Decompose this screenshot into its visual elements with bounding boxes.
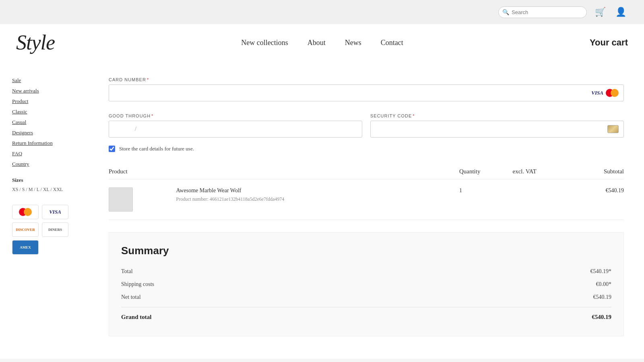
card-number-label: CARD NUMBER* <box>109 77 624 82</box>
payment-icons: VISA DISCOVER DINERS AMEX <box>12 205 68 255</box>
store-card-row: Store the card details for future use. <box>109 146 624 152</box>
mc-brand-icon <box>606 89 619 97</box>
col-excl-vat: excl. VAT <box>513 164 573 179</box>
slash-separator: / <box>133 126 138 132</box>
store-card-checkbox[interactable] <box>109 146 115 152</box>
summary-label-total: Total <box>121 268 133 275</box>
main-nav: New collections About News Contact <box>241 39 403 47</box>
security-code-icon <box>607 125 623 133</box>
logo: Style <box>16 32 55 53</box>
good-through-year-input[interactable] <box>138 121 162 137</box>
product-quantity: 1 <box>459 179 513 220</box>
product-excl-vat <box>513 179 573 220</box>
nav-news[interactable]: News <box>345 39 361 47</box>
sidebar-item-return-information[interactable]: Return Information <box>12 140 76 146</box>
row-fields: GOOD THROUGH* / SECURITY CODE* <box>109 113 624 138</box>
mastercard-icon <box>12 205 39 219</box>
user-icon-button[interactable]: 👤 <box>614 5 628 19</box>
good-through-section: GOOD THROUGH* / <box>109 113 362 138</box>
sizes-label: Sizes <box>12 177 76 183</box>
summary-value-grand: €540.19 <box>592 314 611 321</box>
product-table: Product Quantity excl. VAT Subtotal Awes… <box>109 164 624 220</box>
visa-brand-icon: VISA <box>591 90 603 96</box>
summary-value-total: €540.19* <box>590 268 612 275</box>
nav-new-collections[interactable]: New collections <box>241 39 288 47</box>
cart-title: Your cart <box>590 37 628 48</box>
product-info: Awesome Marble Wear Wolf Product number:… <box>170 187 459 202</box>
sidebar-item-product[interactable]: Product <box>12 98 76 105</box>
card-chip-icon <box>607 125 619 133</box>
col-product: Product <box>109 164 459 179</box>
search-wrapper: 🔍 <box>498 6 587 18</box>
card-brand-icons: VISA <box>591 89 623 97</box>
search-input[interactable] <box>498 6 587 18</box>
good-through-wrapper: / <box>109 121 362 138</box>
sidebar-item-classic[interactable]: Classic <box>12 109 76 115</box>
sidebar-item-casual[interactable]: Casual <box>12 119 76 125</box>
product-name: Awesome Marble Wear Wolf <box>176 187 459 194</box>
main-header: Style New collections About News Contact… <box>0 24 644 61</box>
nav-contact[interactable]: Contact <box>381 39 403 47</box>
sidebar-item-faq[interactable]: FAQ <box>12 150 76 157</box>
sidebar-item-sale[interactable]: Sale <box>12 77 76 84</box>
summary-row-shipping: Shipping costs €0.00* <box>121 278 611 291</box>
sidebar: Sale New arrivals Product Classic Casual… <box>0 61 89 359</box>
cart-icon-button[interactable]: 🛒 <box>593 5 607 19</box>
summary-divider <box>121 307 611 307</box>
top-bar: 🔍 🛒 👤 <box>0 0 644 24</box>
summary-row-total: Total €540.19* <box>121 265 611 278</box>
page-layout: Sale New arrivals Product Classic Casual… <box>0 61 644 359</box>
security-code-label: SECURITY CODE* <box>370 113 624 118</box>
table-row: Awesome Marble Wear Wolf Product number:… <box>109 179 624 220</box>
good-through-label: GOOD THROUGH* <box>109 113 362 118</box>
product-subtotal: €540.19 <box>573 179 624 220</box>
summary-value-shipping: €0.00* <box>596 281 612 288</box>
good-through-input[interactable] <box>109 121 133 137</box>
summary-label-shipping: Shipping costs <box>121 281 154 288</box>
visa-icon: VISA <box>42 205 68 219</box>
sidebar-item-designers[interactable]: Designers <box>12 130 76 136</box>
sizes-row: XS / S / M / L / XL / XXL <box>12 187 76 193</box>
col-subtotal: Subtotal <box>573 164 624 179</box>
sidebar-item-new-arrivals[interactable]: New arrivals <box>12 88 76 94</box>
product-number: Product number: 466121ae132b4118a5d2e6e7… <box>176 196 459 202</box>
amex-icon: AMEX <box>12 240 39 255</box>
security-code-wrapper <box>370 121 624 138</box>
security-code-input[interactable] <box>371 121 607 137</box>
security-code-section: SECURITY CODE* <box>370 113 624 138</box>
summary-title: Summary <box>121 245 611 257</box>
summary-value-net: €540.19 <box>593 294 612 300</box>
discover-icon: DISCOVER <box>12 222 39 237</box>
card-number-section: CARD NUMBER* VISA <box>109 77 624 101</box>
col-quantity: Quantity <box>459 164 513 179</box>
product-image-cell <box>109 179 170 220</box>
sidebar-nav: Sale New arrivals Product Classic Casual… <box>12 77 76 167</box>
main-content: CARD NUMBER* VISA GOOD THROUGH* <box>89 61 644 359</box>
summary-box: Summary Total €540.19* Shipping costs €0… <box>109 232 624 336</box>
store-card-label: Store the card details for future use. <box>119 146 194 152</box>
sidebar-item-country[interactable]: Country <box>12 161 76 167</box>
card-number-input[interactable] <box>109 85 591 101</box>
search-icon: 🔍 <box>502 9 509 16</box>
card-number-wrapper: VISA <box>109 84 624 101</box>
product-info-cell: Awesome Marble Wear Wolf Product number:… <box>170 179 459 220</box>
product-image <box>109 187 133 212</box>
summary-label-net: Net total <box>121 294 141 300</box>
nav-about[interactable]: About <box>308 39 326 47</box>
diners-icon: DINERS <box>42 222 68 237</box>
summary-row-grand: Grand total €540.19 <box>121 311 611 324</box>
summary-row-net: Net total €540.19 <box>121 291 611 304</box>
summary-label-grand: Grand total <box>121 314 151 321</box>
